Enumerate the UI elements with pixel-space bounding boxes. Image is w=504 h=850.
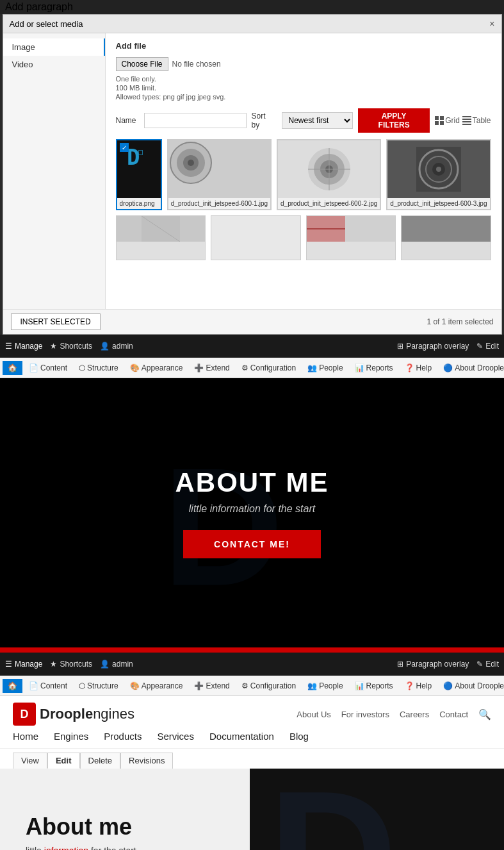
toolbar-reports-1[interactable]: 📊 Reports — [350, 361, 398, 375]
shortcuts-button-2[interactable]: ★ Shortcuts — [50, 660, 92, 669]
toolbar-about-2[interactable]: 🔵 About Droopler — [438, 679, 504, 693]
toolbar-content-2[interactable]: 📄 Content — [24, 679, 72, 693]
toolbar-home-2[interactable]: 🏠 — [3, 679, 22, 693]
site-logo[interactable]: D Drooplengines — [13, 703, 134, 726]
toolbar-people-2[interactable]: 👥 People — [302, 679, 348, 693]
modal-close-button[interactable]: × — [489, 19, 494, 29]
sidebar-item-image[interactable]: Image — [3, 38, 105, 56]
media-item-partial3[interactable] — [306, 215, 396, 260]
about-label-2: About Droopler — [455, 681, 504, 690]
drupal-toolbar-1: 🏠 📄 Content ⬡ Structure 🎨 Appearance ➕ E… — [0, 358, 504, 378]
svg-rect-1 — [440, 116, 444, 120]
file-input-row: Choose File No file chosen — [116, 57, 491, 71]
help-label-2: Help — [416, 681, 432, 690]
toolbar-help-2[interactable]: ❓ Help — [400, 679, 437, 693]
edit-button-2[interactable]: ✎ Edit — [476, 660, 499, 669]
about-subtitle-part2: for the start — [88, 846, 136, 850]
selected-checkbox — [120, 143, 129, 152]
sort-select[interactable]: Newest first — [282, 112, 354, 129]
grid-view-button[interactable]: Grid — [435, 116, 460, 125]
contact-link[interactable]: Contact — [439, 710, 468, 719]
toolbar-appearance-2[interactable]: 🎨 Appearance — [125, 679, 188, 693]
toolbar-reports-2[interactable]: 📊 Reports — [350, 679, 398, 693]
nav-blog-link[interactable]: Blog — [289, 731, 309, 742]
paragraph-overlay-label: Paragraph overlay — [406, 342, 469, 351]
edit-button-1[interactable]: ✎ Edit — [476, 342, 499, 351]
appearance-icon: 🎨 — [130, 363, 140, 372]
about-us-link[interactable]: About Us — [297, 710, 330, 719]
media-item-partial2[interactable] — [211, 215, 301, 260]
manage-button[interactable]: ☰ Manage — [5, 342, 42, 351]
media-item-droptica[interactable]: D □ droptica.png — [116, 139, 162, 210]
nav-home-link[interactable]: Home — [13, 731, 38, 742]
toolbar-home-1[interactable]: 🏠 — [3, 361, 22, 375]
insert-selected-button[interactable]: INSERT SELECTED — [11, 313, 101, 330]
config-label: Configuration — [250, 363, 296, 372]
admin-bar-1: ☰ Manage ★ Shortcuts 👤 admin ⊞ Paragraph… — [0, 335, 504, 358]
admin-user-button[interactable]: 👤 admin — [100, 342, 133, 351]
no-file-text: No file chosen — [172, 60, 221, 69]
media-item-partial4[interactable] — [401, 215, 491, 260]
svg-rect-4 — [462, 116, 471, 117]
toolbar-structure-1[interactable]: ⬡ Structure — [74, 361, 124, 375]
toolbar-help-1[interactable]: ❓ Help — [400, 361, 437, 375]
toolbar-people-1[interactable]: 👥 People — [302, 361, 348, 375]
content-icon-2: 📄 — [29, 681, 38, 690]
nav-products-link[interactable]: Products — [104, 731, 142, 742]
about-left-panel: About me little information for the star… — [0, 769, 250, 850]
svg-rect-5 — [462, 119, 471, 120]
svg-rect-3 — [440, 121, 444, 125]
admin-user-button-2[interactable]: 👤 admin — [100, 660, 133, 669]
media-item-label: droptica.png — [117, 198, 161, 209]
careers-link[interactable]: Careers — [400, 710, 429, 719]
shortcuts-button[interactable]: ★ Shortcuts — [50, 342, 92, 351]
name-filter-input[interactable] — [144, 113, 247, 128]
media-item-label: d_product_init_jetspeed-600-1.jpg — [168, 198, 270, 209]
logo-text: Drooplengines — [40, 706, 134, 722]
media-item-jetspeed2[interactable]: d_product_init_jetspeed-600-2.jpg — [277, 139, 381, 210]
name-label: Name — [116, 116, 136, 125]
apply-filters-button[interactable]: APPLY FILTERS — [358, 108, 430, 133]
tab-delete[interactable]: Delete — [80, 753, 121, 769]
paragraph-overlay-button[interactable]: ⊞ Paragraph overlay — [397, 342, 469, 351]
media-item-partial1[interactable] — [116, 215, 206, 260]
structure-icon: ⬡ — [79, 363, 85, 372]
toolbar-structure-2[interactable]: ⬡ Structure — [74, 679, 124, 693]
grid-label: Grid — [445, 116, 460, 125]
main-nav: Home Engines Products Services Documenta… — [13, 731, 491, 742]
svg-rect-2 — [435, 121, 439, 125]
sidebar-item-video[interactable]: Video — [3, 56, 105, 73]
toolbar-extend-1[interactable]: ➕ Extend — [189, 361, 234, 375]
tab-view[interactable]: View — [13, 753, 47, 769]
nav-engines-link[interactable]: Engines — [54, 731, 88, 742]
paragraph-overlay-button-2[interactable]: ⊞ Paragraph overlay — [397, 660, 469, 669]
for-investors-link[interactable]: For investors — [341, 710, 389, 719]
media-item-jetspeed1[interactable]: d_product_init_jetspeed-600-1.jpg — [167, 139, 272, 210]
nav-documentation-link[interactable]: Documentation — [209, 731, 274, 742]
toolbar-extend-2[interactable]: ➕ Extend — [189, 679, 234, 693]
modal-sidebar: Image Video — [3, 33, 106, 309]
toolbar-content-1[interactable]: 📄 Content — [24, 361, 72, 375]
star-icon-2: ★ — [50, 660, 57, 669]
choose-file-button[interactable]: Choose File — [116, 57, 168, 71]
svg-rect-7 — [462, 124, 471, 125]
about-subtitle: little information for the start — [26, 846, 224, 850]
config-label-2: Configuration — [250, 681, 296, 690]
tab-revisions[interactable]: Revisions — [120, 753, 173, 769]
table-view-button[interactable]: Table — [462, 116, 491, 125]
content-icon: 📄 — [29, 363, 38, 372]
media-grid: D □ droptica.png — [116, 139, 491, 210]
about-icon-2: 🔵 — [443, 681, 453, 690]
toolbar-configuration-1[interactable]: ⚙ Configuration — [236, 361, 301, 375]
media-item-jetspeed3[interactable]: d_product_init_jetspeed-600-3.jpg — [386, 139, 491, 210]
toolbar-appearance-1[interactable]: 🎨 Appearance — [125, 361, 188, 375]
toolbar-configuration-2[interactable]: ⚙ Configuration — [236, 679, 301, 693]
sort-label: Sort by — [252, 112, 274, 129]
toolbar-about-1[interactable]: 🔵 About Droopler — [438, 361, 504, 375]
tab-edit[interactable]: Edit — [47, 753, 80, 769]
hero-cta-button[interactable]: CONTACT ME! — [183, 530, 321, 558]
appearance-label: Appearance — [142, 363, 183, 372]
search-icon-nav[interactable]: 🔍 — [478, 708, 491, 721]
nav-services-link[interactable]: Services — [157, 731, 194, 742]
manage-button-2[interactable]: ☰ Manage — [5, 660, 42, 669]
